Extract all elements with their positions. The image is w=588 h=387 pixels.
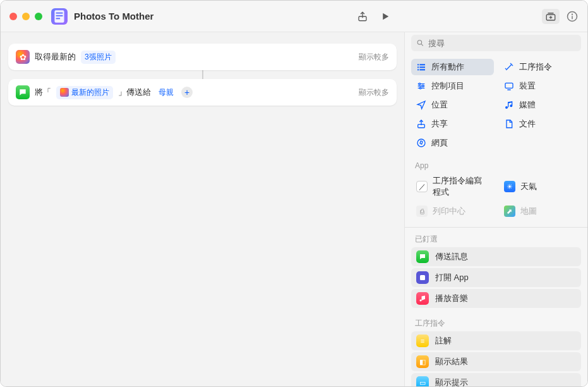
magic-variable-token[interactable]: 最新的照片 [56, 86, 113, 99]
search-input[interactable] [428, 39, 576, 48]
svg-rect-10 [419, 64, 425, 65]
zoom-window-button[interactable] [35, 13, 42, 20]
photos-mini-icon [60, 88, 69, 97]
maps-icon: ⬈ [504, 206, 515, 217]
open-app-icon [416, 271, 429, 284]
svg-rect-14 [419, 69, 425, 70]
category-device[interactable]: 裝置 [499, 78, 582, 94]
app-weather[interactable]: ☀ 天氣 [499, 173, 582, 200]
apps-header: App [405, 157, 587, 173]
photo-count-token[interactable]: 3張照片 [81, 51, 116, 64]
compass-icon [416, 138, 426, 148]
page-title: Photos To Mother [74, 11, 153, 22]
app-print-center[interactable]: ⎙ 列印中心 [411, 203, 494, 219]
info-button[interactable] [566, 10, 579, 23]
svg-point-8 [417, 40, 421, 44]
scripting-show-alert[interactable]: ▭ 顯示提示 [411, 373, 581, 386]
pinned-send-message[interactable]: 傳送訊息 [411, 247, 581, 266]
wand-icon [504, 62, 514, 72]
music-note-icon [504, 100, 514, 110]
share-icon [416, 119, 426, 129]
svg-rect-13 [417, 69, 419, 70]
recipient-token[interactable]: 母親 [156, 86, 176, 99]
show-result-icon: ◧ [416, 355, 429, 368]
action-text: 取得最新的 [35, 51, 76, 63]
app-automator[interactable]: ／ 工序指令編寫程式 [411, 173, 494, 200]
workflow-canvas[interactable]: ✿ 取得最新的 3張照片 顯示較多 將「 最新的照片 」傳送給 母親 + 顯示較… [1, 32, 404, 386]
svg-rect-3 [56, 18, 61, 19]
location-icon [416, 100, 426, 110]
pinned-header: 已釘選 [405, 230, 587, 247]
traffic-lights [9, 13, 42, 20]
messages-icon [416, 250, 429, 263]
close-window-button[interactable] [9, 13, 17, 20]
action-send-message[interactable]: 將「 最新的照片 」傳送給 母親 + 顯示較多 [8, 79, 397, 106]
pinned-open-app[interactable]: 打開 App [411, 268, 581, 287]
category-controls[interactable]: 控制項目 [411, 78, 494, 94]
category-web[interactable]: 網頁 [411, 135, 494, 151]
category-scripting[interactable]: 工序指令 [499, 59, 582, 75]
svg-rect-9 [417, 64, 419, 65]
svg-rect-2 [56, 15, 63, 16]
scripting-comment[interactable]: ≡ 註解 [411, 331, 581, 350]
svg-rect-18 [505, 83, 513, 88]
category-all[interactable]: 所有動作 [411, 59, 494, 75]
shortcut-icon [51, 8, 68, 25]
svg-point-7 [572, 14, 573, 15]
pinned-play-music[interactable]: 播放音樂 [411, 289, 581, 308]
svg-rect-1 [56, 12, 63, 13]
category-grid: 所有動作 工序指令 控制項目 裝置 [405, 56, 587, 157]
weather-icon: ☀ [504, 181, 515, 192]
app-maps[interactable]: ⬈ 地圖 [499, 203, 582, 219]
action-text: 」傳送給 [118, 87, 151, 98]
list-icon [416, 62, 426, 72]
svg-point-17 [419, 87, 421, 89]
action-library-sidebar: 所有動作 工序指令 控制項目 裝置 [404, 32, 587, 386]
search-icon [416, 39, 424, 47]
svg-point-16 [422, 85, 424, 87]
svg-point-20 [417, 139, 425, 147]
share-button[interactable] [352, 8, 373, 25]
show-more-button[interactable]: 顯示較多 [359, 87, 389, 98]
category-sharing[interactable]: 共享 [411, 116, 494, 132]
library-button[interactable] [542, 9, 560, 24]
svg-point-15 [419, 83, 421, 85]
photos-app-icon: ✿ [16, 50, 30, 64]
music-icon [416, 292, 429, 305]
comment-icon: ≡ [416, 335, 429, 347]
run-button[interactable] [375, 8, 395, 25]
automator-icon: ／ [416, 181, 428, 192]
action-get-photos[interactable]: ✿ 取得最新的 3張照片 顯示較多 [8, 44, 397, 70]
category-location[interactable]: 位置 [411, 97, 494, 113]
scripting-header: 工序指令 [405, 314, 587, 331]
category-media[interactable]: 媒體 [499, 97, 582, 113]
document-icon [504, 119, 514, 129]
scripting-show-result[interactable]: ◧ 顯示結果 [411, 352, 581, 371]
svg-rect-12 [419, 66, 425, 68]
action-text: 將「 [35, 87, 51, 98]
sliders-icon [416, 81, 426, 91]
svg-rect-11 [417, 66, 419, 68]
alert-icon: ▭ [416, 376, 429, 386]
printer-icon: ⎙ [416, 206, 428, 217]
svg-rect-21 [420, 275, 425, 280]
device-icon [504, 81, 514, 91]
minimize-window-button[interactable] [22, 13, 30, 20]
add-recipient-button[interactable]: + [181, 87, 193, 98]
app-window: Photos To Mother ✿ 取得最新的 3張照片 顯示較多 [0, 0, 588, 387]
search-container [411, 35, 581, 51]
show-more-button[interactable]: 顯示較多 [359, 52, 389, 63]
messages-app-icon [16, 85, 30, 99]
titlebar: Photos To Mother [1, 1, 587, 32]
category-documents[interactable]: 文件 [499, 116, 582, 132]
action-connector [8, 70, 397, 79]
